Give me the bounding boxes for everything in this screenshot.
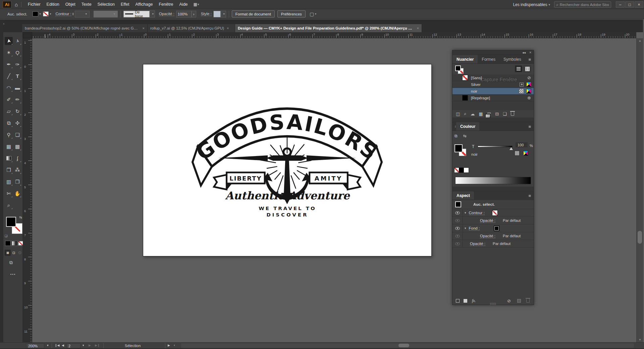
tool-shape-builder[interactable]: ❏ [13,131,21,139]
tool-puppet-warp[interactable]: ✣ [13,119,21,127]
tool-type[interactable]: T [13,72,21,80]
artboard[interactable]: GOODSAILORS [143,64,432,256]
stroke-attribute-label[interactable]: Contour : [469,211,485,215]
menu-fenetre[interactable]: Fenêtre [156,0,176,9]
close-tab-icon[interactable]: × [417,26,419,30]
app-logo-icon[interactable]: Ai [3,1,11,8]
tool-hand[interactable]: ✋ [13,190,21,198]
tool-free-transform[interactable]: ⚲ [5,131,13,139]
tool-curvature[interactable]: ✑ [13,60,21,68]
swatch-row-sans[interactable]: [Sans] ⊘ [452,74,534,81]
draw-behind-mode[interactable]: ◘ [11,250,17,256]
vertical-scrollbar[interactable]: ▲ ▼ [636,38,643,342]
opacity-link-label[interactable]: Opacité : [480,234,495,238]
opacity-field[interactable]: 100% [176,11,192,17]
vertical-scroll-thumb[interactable] [638,231,642,244]
goodsailors-logo[interactable]: GOODSAILORS [143,64,431,256]
swap-fill-stroke-icon[interactable]: ⇆ [463,134,467,138]
new-swatch-icon[interactable]: ❏ [503,111,507,116]
tab-rollup-v7[interactable]: rollup_v7.ai @ 12,5% (CMJN/Aperçu GPU) × [148,24,235,32]
tool-shaper[interactable]: ✏ [13,96,21,104]
tool-slice[interactable]: ✄ [5,190,13,198]
style-field[interactable] [213,11,221,17]
menu-affichage[interactable]: Affichage [132,0,156,9]
clear-appearance-icon[interactable]: ⊘ [507,298,511,303]
tool-artboard[interactable]: ❒ [13,178,21,186]
select-similar-icon[interactable]: ▢ [310,11,314,17]
new-color-group-icon[interactable]: ⊟ [495,111,499,116]
tab-bandeauprestashop2[interactable]: bandeauPrestashop2.ai @ 50% (CMJN/Affich… [22,24,148,32]
none-quick-swatch[interactable] [454,168,459,172]
chevron-down-icon[interactable]: ▾ [38,12,42,15]
collapse-icons-icon[interactable]: ◂◂ [522,50,526,55]
canvas[interactable]: GOODSAILORS [32,38,636,342]
artboard-dropdown-icon[interactable]: ▾ [83,344,84,347]
opacity-link-label[interactable]: Opacité : [470,242,485,246]
stroke-attribute-row[interactable]: ▾ Contour : [452,209,534,217]
ruler-corner[interactable] [23,32,32,38]
default-fill-stroke-icon[interactable]: ❏ [5,234,7,238]
tool-zoom[interactable]: ⌕ [5,201,13,209]
tool-rectangle[interactable]: ▬ [13,84,21,92]
tab-formes[interactable]: Formes [478,55,499,63]
tint-value-field[interactable]: 100 [516,142,528,147]
tool-eyedropper[interactable]: ʄ [13,154,21,162]
edit-toolbar-icon[interactable]: ••• [3,272,23,276]
panel-collapse-arrows-icon[interactable]: ↕ [452,122,456,131]
scroll-left-icon[interactable]: ‹ [174,343,175,347]
panel-menu-icon[interactable]: ≡ [528,57,531,62]
tool-rotate[interactable]: ↻ [13,107,21,115]
tool-blend[interactable]: ❐ [5,166,13,174]
swatch-row-silver[interactable]: Silver [452,81,534,88]
stroke-swatch[interactable] [43,11,49,16]
pattern-icon[interactable] [519,89,524,93]
opacity-link-label[interactable]: Opacité : [480,218,495,223]
tool-pen[interactable]: ✒ [5,60,13,68]
menu-objet[interactable]: Objet [62,0,78,9]
screen-mode-icon[interactable]: ⧉ [9,260,13,265]
horizontal-scroll-thumb[interactable] [398,344,409,347]
menu-selection[interactable]: Sélection [95,0,118,9]
fill-attribute-label[interactable]: Fond : [469,226,480,231]
gray-swatch-button[interactable] [515,151,519,155]
opacity-label[interactable]: Opacité : [159,12,174,16]
document-setup-button[interactable]: Format de document [232,10,275,17]
close-tab-icon[interactable]: × [143,26,145,30]
opacity-more-button[interactable]: › [192,11,196,17]
fill-proxy[interactable] [455,65,461,71]
white-quick-swatch[interactable] [464,168,469,172]
chevron-down-icon[interactable]: ▾ [548,3,550,6]
home-icon[interactable]: ⌂ [15,2,18,7]
adobe-stock-search[interactable]: ⌕ Rechercher dans Adobe Stock [554,1,611,8]
status-expand-icon[interactable]: ▶ [168,344,170,347]
tint-ramp[interactable] [455,177,531,184]
draw-normal-mode[interactable]: ◙ [5,250,11,256]
zoom-dropdown-icon[interactable]: ▾ [47,344,49,347]
style-chevron[interactable]: ▾ [221,11,226,17]
workspace-switcher[interactable]: Les indispensables [513,2,547,7]
vertical-ruler[interactable]: 101234567891011 [23,38,32,342]
panel-menu-icon[interactable]: ≡ [528,193,531,198]
search-swatches-icon[interactable]: ⌕ [464,111,466,116]
tool-column-graph[interactable]: ▥ [5,178,13,186]
scroll-down-icon[interactable]: ▼ [637,338,643,341]
cmyk-icon[interactable] [527,89,531,93]
zoom-level-field[interactable]: 200% [26,343,44,348]
tab-couleur[interactable]: Couleur [456,122,479,131]
fill-swatch[interactable] [33,11,38,16]
tint-slider[interactable] [478,146,513,147]
add-fill-icon[interactable] [464,299,467,303]
spot-color-icon[interactable] [520,83,524,87]
tool-selection[interactable]: ➤ [5,37,13,45]
close-button[interactable]: × [635,1,643,8]
delete-swatch-icon[interactable] [511,112,514,116]
tool-lasso[interactable]: Ϙ [13,49,21,57]
menu-effet[interactable]: Effet [118,0,132,9]
style-label[interactable]: Style : [201,12,212,16]
panel-resize-grip[interactable]: |||||| [490,302,496,305]
horizontal-scrollbar[interactable] [181,343,634,348]
grid-view-button[interactable] [524,65,531,72]
tool-symbol-sprayer[interactable]: ⁂ [13,166,21,174]
stroke-opacity-row[interactable]: Opacité : Par défaut [452,217,534,225]
swatch-row-noir-selected[interactable]: noir [452,88,534,95]
